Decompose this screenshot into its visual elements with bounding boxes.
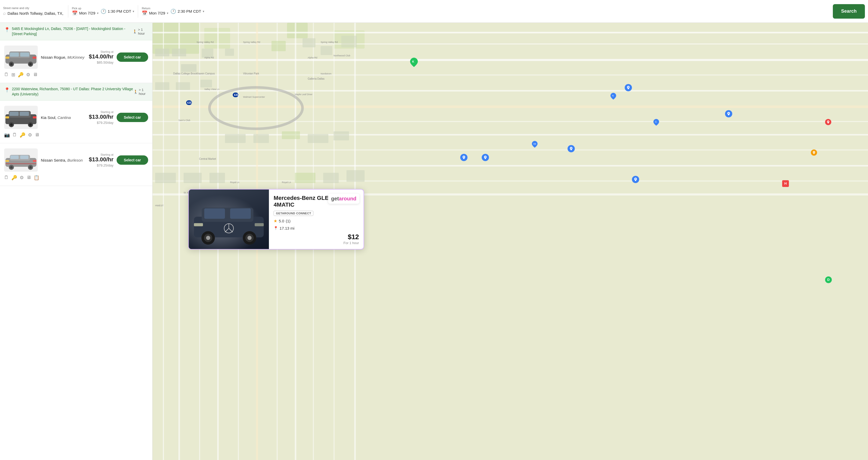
svg-rect-66 xyxy=(303,38,315,47)
map-marker-6[interactable] xyxy=(482,154,489,161)
car-features-3: 🗒 🔑 ⚙ 🖥 📋 xyxy=(4,175,148,181)
svg-rect-74 xyxy=(282,131,300,139)
starting-at-1: Starting at xyxy=(89,50,113,53)
svg-text:Spring Valley Rd: Spring Valley Rd xyxy=(243,41,260,43)
svg-rect-29 xyxy=(33,160,36,162)
popup-distance-value: 17.13 mi xyxy=(280,226,294,231)
car-pricing-3: Starting at $13.00/hr $79.25/day xyxy=(89,153,113,167)
svg-rect-124 xyxy=(204,208,225,219)
svg-text:Nordstrom: Nordstrom xyxy=(321,72,332,75)
svg-text:N: N xyxy=(612,94,614,97)
starting-at-2: Starting at xyxy=(89,111,113,114)
svg-rect-6 xyxy=(10,53,19,57)
logo-get-text: get xyxy=(331,196,339,202)
pickup-date-field[interactable]: Pick up 📅 Mon 7/29 ▾ xyxy=(72,7,98,16)
svg-point-114 xyxy=(463,156,464,157)
svg-rect-39 xyxy=(153,74,868,75)
svg-text:Galleria Dallas: Galleria Dallas xyxy=(308,77,324,80)
svg-text:635: 635 xyxy=(187,101,192,104)
map-pin-dallas-jcc[interactable]: D xyxy=(825,276,832,283)
popup-badge: GETAROUND CONNECT xyxy=(274,211,313,216)
location-input[interactable] xyxy=(7,11,64,16)
walk-time-1: > 1 hour xyxy=(138,28,148,35)
feature-icon-1c: 🔑 xyxy=(18,72,24,78)
svg-point-25 xyxy=(29,166,32,168)
popup-rating-count: (1) xyxy=(286,219,290,223)
car-features-2: 📷 🗒 🔑 ⚙ 🖥 xyxy=(4,132,148,138)
price-day-1: $85.50/day xyxy=(89,61,113,64)
svg-rect-136 xyxy=(194,223,203,226)
svg-text:635: 635 xyxy=(234,94,238,96)
svg-rect-79 xyxy=(210,173,225,183)
location-item-1: 📍 5465 E Mockingbird Ln, Dallas, 75206 -… xyxy=(0,23,152,40)
svg-rect-72 xyxy=(225,134,246,143)
map-marker-orange[interactable] xyxy=(811,149,817,156)
return-date-field[interactable]: Return 📅 Mon 7/29 ▾ xyxy=(142,7,168,16)
svg-rect-19 xyxy=(33,116,36,118)
map-pin-nordstrom[interactable]: N xyxy=(611,93,616,98)
logo-around-text: around xyxy=(339,196,356,202)
svg-rect-40 xyxy=(153,90,868,92)
svg-rect-80 xyxy=(295,173,315,183)
svg-rect-81 xyxy=(323,173,339,183)
map-marker-5[interactable] xyxy=(460,154,467,161)
svg-rect-68 xyxy=(341,36,357,47)
map-pin-bestbuy[interactable]: BB xyxy=(532,141,537,147)
pickup-label: Pick up xyxy=(72,7,98,10)
select-car-btn-1[interactable]: Select car xyxy=(117,53,148,62)
svg-rect-73 xyxy=(253,134,269,143)
price-hr-2: $13.00/hr xyxy=(89,114,113,120)
svg-rect-46 xyxy=(153,181,868,182)
svg-text:Northwood Club: Northwood Club xyxy=(334,54,350,57)
price-day-2: $79.25/day xyxy=(89,121,113,125)
pickup-time-field[interactable]: 🕐 1:30 PM CDT ▾ xyxy=(100,8,134,14)
svg-text:Alpha Rd: Alpha Rd xyxy=(204,56,214,59)
map-popup: Mercedes-Benz GLE 350 4MATIC GETAROUND C… xyxy=(188,189,364,249)
feature-icon-2a: 📷 xyxy=(4,132,10,138)
svg-text:Spring Valley Rd: Spring Valley Rd xyxy=(196,41,214,43)
feature-icon-2d: ⚙ xyxy=(28,132,32,138)
svg-rect-7 xyxy=(20,53,29,57)
price-day-3: $79.25/day xyxy=(89,163,113,167)
search-button[interactable]: Search xyxy=(833,4,865,19)
svg-point-115 xyxy=(485,156,486,157)
return-time-field[interactable]: 🕐 2:30 PM CDT ▾ xyxy=(170,8,204,14)
svg-rect-125 xyxy=(230,208,251,219)
location-text-1: 5465 E Mockingbird Ln, Dallas, 75206 - [… xyxy=(12,26,133,36)
map-marker-red[interactable] xyxy=(825,119,831,125)
map-pin-galleria[interactable]: G xyxy=(653,119,659,125)
pin-icon-1: 📍 xyxy=(4,27,10,33)
svg-point-112 xyxy=(571,148,572,149)
map-marker-4[interactable] xyxy=(632,176,639,183)
select-car-btn-3[interactable]: Select car xyxy=(117,155,148,165)
svg-rect-78 xyxy=(184,173,202,183)
right-map[interactable]: Spring Valley Rd Spring Valley Rd Spring… xyxy=(153,23,868,460)
svg-text:Royal Ln: Royal Ln xyxy=(282,181,291,184)
walk-icon-2: 🚶 xyxy=(133,90,138,94)
car-name-3: Nissan Sentra, Burleson xyxy=(41,158,86,162)
svg-rect-61 xyxy=(172,49,186,56)
svg-rect-45 xyxy=(153,165,868,166)
map-marker-1[interactable] xyxy=(625,84,632,91)
price-hr-3: $13.00/hr xyxy=(89,156,113,163)
svg-text:Royal Ln: Royal Ln xyxy=(230,181,240,184)
search-icon: ⌕ xyxy=(3,10,6,16)
svg-rect-64 xyxy=(225,49,234,56)
pin-icon-2: 📍 xyxy=(4,87,10,93)
map-marker-2[interactable] xyxy=(725,110,732,117)
svg-rect-137 xyxy=(255,223,264,226)
map-marker-green[interactable]: K xyxy=(410,58,418,65)
svg-text:HWEST: HWEST xyxy=(155,204,164,207)
walk-info-1: 🚶 > 1 hour xyxy=(133,28,148,35)
svg-rect-36 xyxy=(153,32,868,33)
car-pricing-1: Starting at $14.00/hr $85.50/day xyxy=(89,50,113,64)
location-text-2: 2200 Waterview, Richardson, 75080 - UT D… xyxy=(12,87,133,97)
price-hr-1: $14.00/hr xyxy=(89,53,113,60)
car-image-2 xyxy=(4,106,38,129)
select-car-btn-2[interactable]: Select car xyxy=(117,113,148,122)
map-pin-hospital[interactable]: H xyxy=(782,180,789,187)
car-info-3: Nissan Sentra, Burleson xyxy=(41,158,86,162)
pickup-time-value: 1:30 PM CDT xyxy=(108,9,131,13)
svg-text:Alpha Rd: Alpha Rd xyxy=(308,56,317,59)
return-date-chevron: ▾ xyxy=(167,11,168,15)
